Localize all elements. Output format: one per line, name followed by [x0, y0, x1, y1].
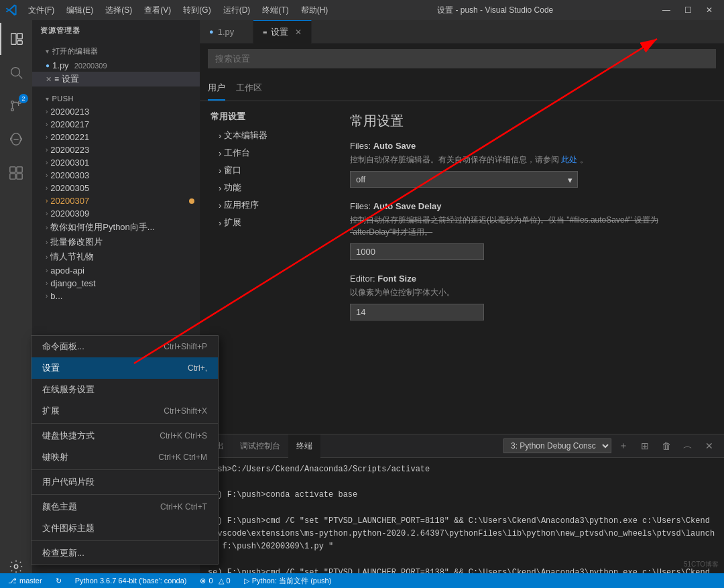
nav-chevron-icon: ›: [219, 148, 221, 158]
menu-help[interactable]: 帮助(H): [296, 2, 334, 19]
terminal-selector[interactable]: 3: Python Debug Consc: [503, 438, 611, 453]
minimize-button[interactable]: —: [657, 3, 676, 17]
folder-20200213[interactable]: › 20200213: [32, 105, 200, 118]
autosave-select[interactable]: off afterDelay onFocusChange onWindowCha…: [350, 171, 578, 188]
folder-b[interactable]: › b...: [32, 290, 200, 302]
activity-search[interactable]: [0, 56, 32, 89]
folder-20200223[interactable]: › 20200223: [32, 143, 200, 156]
menu-goto[interactable]: 转到(G): [178, 2, 216, 19]
autosave-delay-input[interactable]: [350, 243, 484, 260]
settings-nav-workbench[interactable]: › 工作台: [200, 144, 334, 162]
vscode-logo: [5, 4, 17, 17]
activity-extensions[interactable]: [0, 157, 32, 189]
tab-1py-label: 1.py: [218, 27, 235, 37]
open-editors-label: 打开的编辑器: [52, 46, 99, 56]
terminal-close-icon[interactable]: ✕: [700, 436, 719, 455]
svg-line-4: [19, 75, 22, 78]
window-title: 设置 - push - Visual Studio Code: [437, 5, 553, 16]
setting-autosave-link[interactable]: 此处: [561, 155, 577, 164]
folder-label: 20200307: [50, 196, 89, 206]
tab-settings[interactable]: ≡ 设置 ✕: [253, 20, 312, 44]
folder-django[interactable]: › django_test: [32, 277, 200, 290]
menu-terminal[interactable]: 终端(T): [257, 2, 294, 19]
terminal-area: 输出 调试控制台 终端 3: Python Debug Consc ＋ ⊞ 🗑 …: [200, 434, 724, 588]
folder-label: 20200303: [50, 170, 89, 180]
status-sync[interactable]: ↻: [53, 577, 64, 585]
context-menu-snippets[interactable]: 用户代码片段: [32, 471, 218, 493]
activity-source-control[interactable]: 2: [0, 90, 32, 122]
folder-chevron-icon: ›: [46, 292, 48, 300]
setting-fontsize: Editor: Font Size 以像素为单位控制字体大小。: [350, 274, 708, 320]
status-run[interactable]: ▷ Python: 当前文件 (push): [241, 576, 335, 586]
context-menu-label: 文件图标主题: [42, 522, 95, 534]
setting-autosave-desc-text: 控制自动保存脏编辑器。有关自动保存的详细信息，请参阅: [350, 155, 559, 164]
close-button[interactable]: ✕: [700, 3, 719, 17]
folder-20200305[interactable]: › 20200305: [32, 182, 200, 194]
open-editors-header[interactable]: ▾ 打开的编辑器: [32, 44, 200, 59]
menu-file[interactable]: 文件(F): [23, 2, 60, 19]
svg-rect-2: [17, 41, 22, 45]
terminal-split-button[interactable]: ⊞: [636, 436, 654, 455]
fontsize-input[interactable]: [350, 304, 484, 320]
context-menu-extensions[interactable]: 扩展 Ctrl+Shift+X: [32, 400, 218, 422]
settings-nav-apps[interactable]: › 应用程序: [200, 196, 334, 214]
editor-item-settings[interactable]: ✕ ≡ 设置: [32, 72, 200, 86]
menu-view[interactable]: 查看(V): [139, 2, 176, 19]
folder-label: apod-api: [50, 266, 84, 276]
settings-search-input[interactable]: [208, 49, 716, 68]
context-menu-check-updates[interactable]: 检查更新...: [32, 542, 218, 564]
folder-20200217[interactable]: › 20200217: [32, 118, 200, 131]
maximize-button[interactable]: ☐: [678, 3, 697, 17]
terminal-tab-terminal[interactable]: 终端: [288, 434, 320, 458]
tab-1py[interactable]: ● 1.py: [200, 20, 253, 44]
folder-20200303[interactable]: › 20200303: [32, 169, 200, 182]
settings-nav-text-editor[interactable]: › 文本编辑器: [200, 127, 334, 144]
folder-20200307[interactable]: › 20200307: [32, 194, 200, 207]
folder-20200309[interactable]: › 20200309: [32, 207, 200, 220]
terminal-tab-debug[interactable]: 调试控制台: [232, 434, 288, 458]
context-menu-shortcut: Ctrl+K Ctrl+T: [160, 502, 207, 512]
settings-nav-extensions[interactable]: › 扩展: [200, 214, 334, 231]
context-menu-divider: [32, 540, 218, 541]
editor-item-1py[interactable]: ● 1.py 20200309: [32, 59, 200, 72]
context-menu-settings[interactable]: 设置 Ctrl+,: [32, 357, 218, 379]
status-errors[interactable]: ⊗ 0 △ 0: [197, 577, 233, 585]
status-branch[interactable]: ⎇ master: [5, 577, 45, 585]
folder-20200301[interactable]: › 20200301: [32, 156, 200, 169]
activity-explorer[interactable]: [0, 23, 32, 55]
context-menu-command-palette[interactable]: 命令面板... Ctrl+Shift+P: [32, 336, 218, 357]
setting-autosave-strong: Auto Save: [373, 141, 416, 151]
terminal-chevron-up-icon[interactable]: ︿: [678, 436, 697, 455]
menu-run[interactable]: 运行(D): [218, 2, 256, 19]
folder-apod[interactable]: › apod-api: [32, 264, 200, 277]
settings-nav-window[interactable]: › 窗口: [200, 162, 334, 179]
context-menu-keyboard-shortcuts[interactable]: 键盘快捷方式 Ctrl+K Ctrl+S: [32, 425, 218, 447]
context-menu-label: 设置: [42, 362, 60, 374]
activity-debug[interactable]: [0, 123, 32, 156]
settings-tab-workspace[interactable]: 工作区: [236, 79, 262, 101]
menu-edit[interactable]: 编辑(E): [61, 2, 99, 19]
context-menu-keymaps[interactable]: 键映射 Ctrl+K Ctrl+M: [32, 447, 218, 468]
folder-images[interactable]: › 批量修改图片: [32, 235, 200, 249]
titlebar: 文件(F) 编辑(E) 选择(S) 查看(V) 转到(G) 运行(D) 终端(T…: [0, 0, 724, 20]
terminal-trash-button[interactable]: 🗑: [657, 436, 676, 455]
folder-valentines[interactable]: › 情人节礼物: [32, 249, 200, 264]
context-menu-color-theme[interactable]: 颜色主题 Ctrl+K Ctrl+T: [32, 496, 218, 518]
context-menu-file-icon-theme[interactable]: 文件图标主题: [32, 518, 218, 539]
folder-20200221[interactable]: › 20200221: [32, 131, 200, 143]
settings-nav-common[interactable]: 常用设置: [200, 107, 334, 127]
nav-text-editor-label: 文本编辑器: [224, 129, 267, 141]
settings-tab-user[interactable]: 用户: [208, 79, 225, 101]
autosave-select-wrapper: off afterDelay onFocusChange onWindowCha…: [350, 171, 578, 188]
settings-nav-features[interactable]: › 功能: [200, 179, 334, 196]
terminal-add-button[interactable]: ＋: [614, 436, 633, 455]
context-menu-label: 命令面板...: [42, 341, 84, 353]
nav-extensions-label: 扩展: [224, 217, 241, 229]
tab-close-icon[interactable]: ✕: [295, 27, 302, 37]
context-menu-online-settings[interactable]: 在线服务设置: [32, 379, 218, 400]
close-icon-settings[interactable]: ✕: [46, 75, 52, 84]
push-header[interactable]: ▾ PUSH: [32, 92, 200, 105]
folder-python[interactable]: › 教你如何使用Python向手...: [32, 220, 200, 235]
status-python[interactable]: Python 3.6.7 64-bit ('base': conda): [72, 577, 190, 585]
menu-selection[interactable]: 选择(S): [100, 2, 137, 19]
